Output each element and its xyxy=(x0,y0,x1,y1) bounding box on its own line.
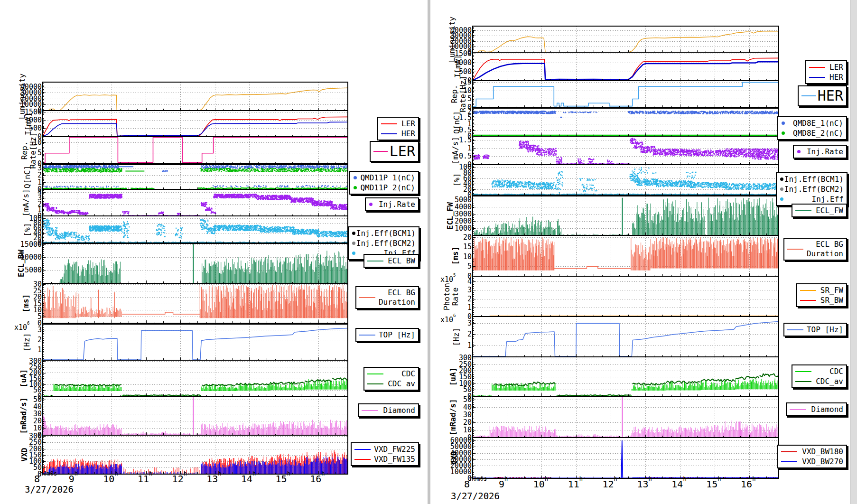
plot-diamond-dose xyxy=(43,396,348,435)
plot-top-rate xyxy=(473,317,779,357)
plot-charge xyxy=(473,108,779,136)
plot-ecl-bw xyxy=(43,243,348,283)
plot-cdc-current xyxy=(473,357,779,396)
plot-charge xyxy=(43,165,348,189)
plot-ecl-fw xyxy=(473,196,779,235)
plot-beam-current xyxy=(473,52,779,81)
plot-rep-rate xyxy=(473,81,779,107)
plot-vxd-dose xyxy=(473,438,779,478)
plot-diamond-dose xyxy=(473,396,779,438)
plot-luminosity xyxy=(473,26,779,52)
plot-inj-eff xyxy=(43,216,348,243)
plot-beam-current xyxy=(43,111,348,137)
plot-top-rate xyxy=(43,324,348,360)
date-label-left: 3/27/2026 xyxy=(25,484,74,495)
plot-vxd-dose xyxy=(43,435,348,474)
plot-photon-rate xyxy=(473,276,779,317)
plot-rep-rate xyxy=(43,137,348,164)
plot-inj-rate xyxy=(473,136,779,165)
plot-inj-rate xyxy=(43,189,348,216)
plot-inj-eff xyxy=(473,165,779,195)
plot-ecl-bg-duration xyxy=(43,283,348,323)
date-label-right: 3/27/2026 xyxy=(451,491,500,501)
plot-ecl-bg-duration xyxy=(473,235,779,276)
window-divider xyxy=(428,0,430,504)
scrollbar-strip[interactable] xyxy=(850,0,857,504)
plot-luminosity xyxy=(43,82,348,111)
plot-cdc-current xyxy=(43,360,348,396)
beam-monitor-dashboard: 010000200003000040000Luminosity050010001… xyxy=(0,0,857,504)
